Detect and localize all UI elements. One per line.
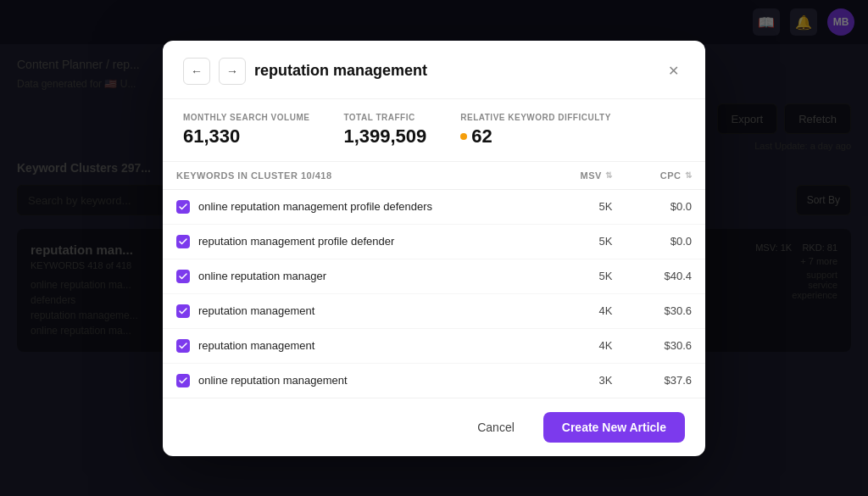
- keyword-checkbox[interactable]: [176, 339, 190, 353]
- msv-cell: 5K: [546, 189, 626, 224]
- modal-header: ← → reputation management ✕: [163, 41, 705, 99]
- table-row: online reputation manager 5K $40.4: [163, 259, 705, 293]
- keyword-checkbox[interactable]: [176, 200, 190, 214]
- keyword-checkbox[interactable]: [176, 270, 190, 283]
- table-row: online reputation management profile def…: [163, 189, 705, 224]
- table-row: reputation management 4K $30.6: [163, 293, 705, 328]
- modal-overlay: ← → reputation management ✕ MONTHLY SEAR…: [0, 0, 868, 496]
- msv-cell: 4K: [546, 293, 626, 328]
- nav-forward-button[interactable]: →: [219, 58, 246, 85]
- keyword-cell: reputation management profile defender: [163, 224, 546, 259]
- keyword-cell: reputation management: [163, 328, 546, 363]
- cpc-cell: $37.6: [626, 363, 705, 398]
- stat-difficulty-value: 62: [460, 125, 611, 148]
- table-row: reputation management profile defender 5…: [163, 224, 705, 259]
- keyword-checkbox[interactable]: [176, 374, 190, 387]
- modal-dialog: ← → reputation management ✕ MONTHLY SEAR…: [163, 41, 705, 456]
- create-article-button[interactable]: Create New Article: [543, 412, 685, 443]
- cancel-button[interactable]: Cancel: [459, 412, 533, 443]
- msv-cell: 4K: [546, 328, 626, 363]
- stats-row: MONTHLY SEARCH VOLUME 61,330 TOTAL TRAFF…: [163, 99, 705, 162]
- stat-msv-value: 61,330: [183, 125, 309, 148]
- keyword-checkbox[interactable]: [176, 235, 190, 248]
- keyword-cell: online reputation manager: [163, 259, 546, 293]
- cpc-sort-icon: ⇅: [685, 170, 693, 180]
- msv-cell: 5K: [546, 259, 626, 293]
- stat-difficulty: RELATIVE KEYWORD DIFFICULTY 62: [460, 113, 611, 148]
- cpc-cell: $30.6: [626, 328, 705, 363]
- cpc-cell: $40.4: [626, 259, 705, 293]
- cpc-cell: $30.6: [626, 293, 705, 328]
- keyword-checkbox[interactable]: [176, 304, 190, 318]
- keyword-text: reputation management: [198, 304, 314, 317]
- keyword-text: online reputation management profile def…: [198, 200, 432, 213]
- nav-back-button[interactable]: ←: [183, 58, 210, 85]
- close-button[interactable]: ✕: [661, 59, 685, 83]
- table-row: reputation management 4K $30.6: [163, 328, 705, 363]
- stat-traffic-label: TOTAL TRAFFIC: [343, 113, 426, 122]
- stat-traffic-value: 1,399,509: [343, 125, 426, 148]
- msv-sort-icon: ⇅: [605, 170, 613, 180]
- col-msv-header: MSV ⇅: [546, 162, 626, 190]
- keyword-text: online reputation manager: [198, 270, 326, 282]
- msv-cell: 5K: [546, 224, 626, 259]
- msv-cell: 3K: [546, 363, 626, 398]
- stat-msv-label: MONTHLY SEARCH VOLUME: [183, 113, 309, 122]
- keywords-table: KEYWORDS IN CLUSTER 10/418 MSV ⇅ CPC ⇅: [163, 162, 705, 398]
- col-cpc-header: CPC ⇅: [626, 162, 705, 190]
- cpc-cell: $0.0: [626, 224, 705, 259]
- keyword-cell: online reputation management profile def…: [163, 189, 546, 224]
- keyword-text: reputation management profile defender: [198, 235, 394, 248]
- cpc-cell: $0.0: [626, 189, 705, 224]
- keyword-cell: reputation management: [163, 293, 546, 328]
- modal-title: reputation management: [254, 62, 653, 80]
- stat-difficulty-label: RELATIVE KEYWORD DIFFICULTY: [460, 113, 611, 122]
- modal-footer: Cancel Create New Article: [163, 398, 705, 456]
- stat-traffic: TOTAL TRAFFIC 1,399,509: [343, 113, 426, 148]
- keyword-cell: online reputation management: [163, 363, 546, 398]
- table-row: online reputation management 3K $37.6: [163, 363, 705, 398]
- keyword-text: online reputation management: [198, 374, 348, 387]
- keywords-table-wrapper: KEYWORDS IN CLUSTER 10/418 MSV ⇅ CPC ⇅: [163, 162, 705, 398]
- stat-msv: MONTHLY SEARCH VOLUME 61,330: [183, 113, 309, 148]
- keyword-text: reputation management: [198, 339, 314, 352]
- col-keyword-header: KEYWORDS IN CLUSTER 10/418: [163, 162, 546, 190]
